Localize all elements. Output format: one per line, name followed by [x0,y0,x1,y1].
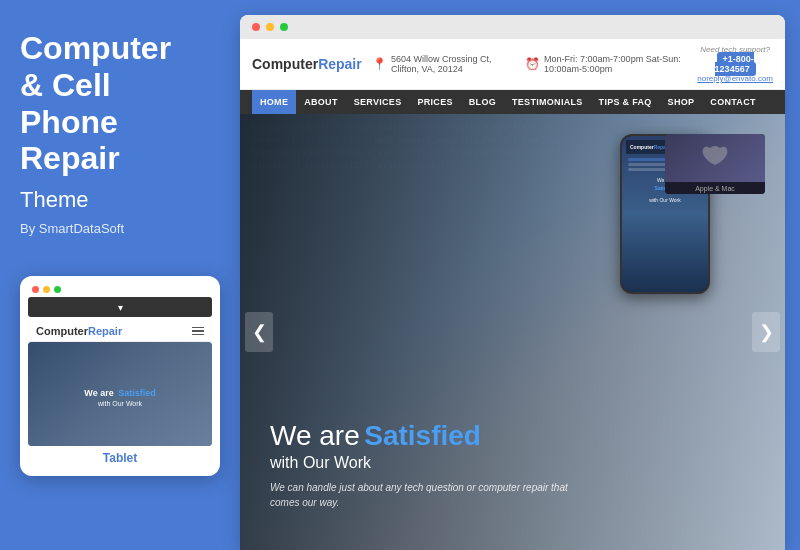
browser-minimize-dot[interactable] [266,23,274,31]
apple-icon [700,143,730,173]
tablet-label: Tablet [28,446,212,468]
site-navigation: HOME ABOUT SERVICES PRICES BLOG TESTIMON… [240,90,785,114]
nav-item-contact[interactable]: CONTACT [702,90,763,114]
nav-item-about[interactable]: ABOUT [296,90,346,114]
left-panel: Computer & Cell Phone Repair Theme By Sm… [0,0,240,550]
site-address: 📍 5604 Willow Crossing Ct, Clifton, VA, … [372,54,511,74]
nav-item-prices[interactable]: PRICES [409,90,460,114]
nav-item-home[interactable]: HOME [252,90,296,114]
apple-mac-thumbnail: Apple & Mac [665,134,765,194]
theme-subtitle: Theme [20,187,220,213]
minimize-dot [43,286,50,293]
nav-item-blog[interactable]: BLOG [461,90,504,114]
hero-description: We can handle just about any tech questi… [270,480,570,510]
theme-title: Computer & Cell Phone Repair [20,30,220,177]
hero-prev-arrow[interactable]: ❮ [245,312,273,352]
hero-next-arrow[interactable]: ❯ [752,312,780,352]
mockup-nav-bar: ComputerRepair [28,321,212,342]
apple-mac-label: Apple & Mac [665,182,765,194]
hero-with-work: with Our Work [270,454,570,472]
apple-mac-image [665,134,765,182]
mockup-logo: ComputerRepair [36,325,122,337]
hero-text-block: We are Satisfied with Our Work We can ha… [240,400,600,550]
browser-maximize-dot[interactable] [280,23,288,31]
maximize-dot [54,286,61,293]
nav-item-tips-faq[interactable]: TIPS & FAQ [591,90,660,114]
nav-item-services[interactable]: SERVICES [346,90,410,114]
phone-screen-logo: ComputerRepair [630,144,669,150]
location-icon: 📍 [372,57,387,71]
mockup-dropdown-bar: ▾ [28,297,212,317]
hero-heading: We are Satisfied [270,420,570,452]
browser-chrome [240,15,785,39]
phone-hero-with-work: with Our Work [628,197,702,203]
site-support: Need tech support? +1-800-1234567 norepl… [697,45,773,83]
nav-item-testimonials[interactable]: TESTIMONIALS [504,90,591,114]
clock-icon: ⏰ [525,57,540,71]
nav-item-shop[interactable]: SHOP [660,90,703,114]
browser-window: ComputerRepair 📍 5604 Willow Crossing Ct… [240,15,785,550]
site-logo: ComputerRepair [252,56,362,72]
mobile-mockup: ▾ ComputerRepair We are Satisfied with O… [20,276,220,476]
theme-author: By SmartDataSoft [20,221,220,236]
close-dot [32,286,39,293]
site-topbar: ComputerRepair 📍 5604 Willow Crossing Ct… [240,39,785,90]
mockup-hero-text: We are Satisfied with Our Work [84,382,155,407]
site-hours: ⏰ Mon-Fri: 7:00am-7:00pm Sat-Sun: 10:00a… [525,54,687,74]
hamburger-icon[interactable] [192,327,204,336]
browser-close-dot[interactable] [252,23,260,31]
mockup-hero: We are Satisfied with Our Work [28,342,212,446]
mockup-window-controls [28,284,212,297]
site-hero: function repair() { return fix(); } var … [240,114,785,550]
browser-content: ComputerRepair 📍 5604 Willow Crossing Ct… [240,39,785,550]
chevron-down-icon: ▾ [118,302,123,313]
